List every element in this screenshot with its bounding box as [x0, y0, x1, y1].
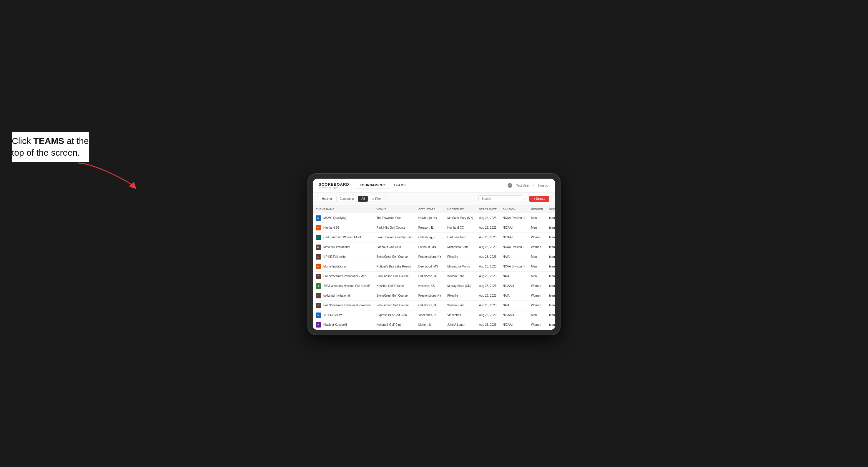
- cell-event-name: 2 2023 Women's Hesston Fall Kickoff: [313, 281, 373, 291]
- cell-venue: Kokopelli Golf Club: [373, 320, 415, 330]
- cell-venue: Cypress Hills Golf Club: [373, 310, 415, 320]
- cell-scoring: team, Stroke Play: [546, 213, 555, 223]
- nav-tabs: TOURNAMENTS TEAMS: [356, 182, 409, 189]
- hosting-filter-btn[interactable]: Hosting: [319, 196, 335, 202]
- cell-division: NCAA Division III: [500, 261, 528, 271]
- cell-scoring: team, Stroke Play: [546, 310, 555, 320]
- nav-right: Test User | Sign out: [507, 183, 549, 188]
- cell-division: NAIA: [500, 252, 528, 261]
- cell-venue: StoneCrest Golf Course: [373, 291, 415, 301]
- cell-city: Oskaloosa, IA: [415, 301, 444, 310]
- tournaments-table: EVENT NAME VENUE CITY, STATE HOSTED BY S…: [313, 206, 555, 330]
- cell-venue: Hesston Golf Course: [373, 281, 415, 291]
- cell-event-name: U UPIKE Fall Invite: [313, 252, 373, 261]
- cell-date: Aug 28, 2023: [476, 261, 500, 271]
- cell-gender: Men: [528, 271, 547, 281]
- cell-gender: Women: [528, 320, 547, 330]
- nav-left: SCOREBOARD Powered by clippit TOURNAMENT…: [319, 182, 409, 189]
- cell-scoring: team, Stroke Play: [546, 271, 555, 281]
- filter-options-btn[interactable]: ≡ Filter: [369, 196, 385, 202]
- cell-city: Galesburg, IL: [415, 232, 444, 242]
- cell-event-name: M Maverick Invitational: [313, 242, 373, 252]
- cell-hosted: Carl Sandburg: [444, 232, 476, 242]
- cell-hosted: Pikeville: [444, 291, 476, 301]
- cell-division: NCAA Division III: [500, 213, 528, 223]
- search-box: [478, 195, 522, 202]
- tab-teams[interactable]: TEAMS: [390, 182, 409, 189]
- cell-event-name: M MSMC Qualifying 1: [313, 213, 373, 223]
- cell-date: Aug 28, 2023: [476, 271, 500, 281]
- col-city-state: CITY, STATE: [415, 206, 444, 213]
- table-header-row: EVENT NAME VENUE CITY, STATE HOSTED BY S…: [313, 206, 555, 213]
- cell-date: Aug 28, 2023: [476, 281, 500, 291]
- nav-bar: SCOREBOARD Powered by clippit TOURNAMENT…: [313, 179, 555, 192]
- cell-date: Aug 28, 2023: [476, 252, 500, 261]
- settings-icon[interactable]: [507, 183, 512, 188]
- cell-scoring: team, Stroke Play: [546, 223, 555, 232]
- cell-gender: Men: [528, 252, 547, 261]
- cell-hosted: John A Logan: [444, 320, 476, 330]
- competing-filter-btn[interactable]: Competing: [336, 196, 357, 202]
- table-container: EVENT NAME VENUE CITY, STATE HOSTED BY S…: [313, 206, 555, 330]
- cell-hosted: Pikeville: [444, 252, 476, 261]
- user-name: Test User: [516, 184, 529, 187]
- cell-hosted: Minnesota State: [444, 242, 476, 252]
- cell-gender: Women: [528, 291, 547, 301]
- svg-point-0: [509, 185, 510, 186]
- cell-hosted: Minnesota-Morris: [444, 261, 476, 271]
- search-input[interactable]: [478, 195, 522, 202]
- logo-sub: Powered by clippit: [319, 187, 349, 189]
- cell-division: NAIA: [500, 271, 528, 281]
- tab-tournaments[interactable]: TOURNAMENTS: [356, 182, 390, 189]
- cell-division: NICAA II: [500, 310, 528, 320]
- cell-event-name: K Klash at Kokopelli: [313, 320, 373, 330]
- cell-date: Aug 28, 2023: [476, 242, 500, 252]
- col-scoring: SCORING: [546, 206, 555, 213]
- table-row: H Highland 36 Park Hills Golf Course Fre…: [313, 223, 555, 232]
- cell-city: Hesston, KS: [415, 281, 444, 291]
- cell-event-name: V VU PREVIEW: [313, 310, 373, 320]
- table-row: U upike fall invitational StoneCrest Gol…: [313, 291, 555, 301]
- col-hosted-by: HOSTED BY: [444, 206, 476, 213]
- cell-city: Faribault, MN: [415, 242, 444, 252]
- logo-text: SCOREBOARD: [319, 182, 349, 187]
- cell-date: Aug 28, 2023: [476, 320, 500, 330]
- table-row: M Maverick Invitational Faribault Golf C…: [313, 242, 555, 252]
- cell-event-name: H Highland 36: [313, 223, 373, 232]
- cell-gender: Men: [528, 213, 547, 223]
- tablet-screen: SCOREBOARD Powered by clippit TOURNAMENT…: [313, 179, 555, 330]
- cell-scoring: team, Stroke Play: [546, 252, 555, 261]
- tablet-frame: SCOREBOARD Powered by clippit TOURNAMENT…: [308, 173, 560, 335]
- cell-division: NICAA I: [500, 232, 528, 242]
- cell-date: Aug 26, 2023: [476, 232, 500, 242]
- create-button[interactable]: + Create: [529, 196, 549, 202]
- cell-venue: Edmundson Golf Course: [373, 301, 415, 310]
- sign-out-link[interactable]: Sign out: [537, 184, 549, 187]
- table-row: V VU PREVIEW Cypress Hills Golf Club Vin…: [313, 310, 555, 320]
- cell-event-name: M Morris Invitational: [313, 261, 373, 271]
- cell-date: Aug 28, 2023: [476, 301, 500, 310]
- cell-scoring: team, Stroke Play: [546, 261, 555, 271]
- instruction-block: Click TEAMS at thetop of the screen.: [12, 132, 89, 162]
- table-row: F Fall Statesmen Invitational - Women Ed…: [313, 301, 555, 310]
- cell-date: Aug 25, 2023: [476, 223, 500, 232]
- cell-division: NICAA I: [500, 320, 528, 330]
- cell-date: Aug 28, 2023: [476, 291, 500, 301]
- cell-city: Prestonsburg, KY: [415, 291, 444, 301]
- all-filter-btn[interactable]: All: [358, 196, 368, 202]
- table-row: K Klash at Kokopelli Kokopelli Golf Club…: [313, 320, 555, 330]
- cell-gender: Women: [528, 232, 547, 242]
- cell-hosted: Highland CC: [444, 223, 476, 232]
- cell-hosted: Murray State (OK): [444, 281, 476, 291]
- col-start-date: START DATE: [476, 206, 500, 213]
- cell-hosted: Vincennes: [444, 310, 476, 320]
- table-row: M Morris Invitational Ruttger's Bay Lake…: [313, 261, 555, 271]
- cell-event-name: F Fall Statesmen Invitational - Men: [313, 271, 373, 281]
- logo-area: SCOREBOARD Powered by clippit: [319, 182, 349, 189]
- cell-gender: Men: [528, 310, 547, 320]
- cell-scoring: team, Stroke Play: [546, 281, 555, 291]
- filter-bar: Hosting Competing All ≡ Filter + Create: [313, 192, 555, 206]
- cell-city: Deerwood, MN: [415, 261, 444, 271]
- cell-event-name: C Carl Sandburg Women FA23: [313, 232, 373, 242]
- table-row: M MSMC Qualifying 1 The Powelton Club Ne…: [313, 213, 555, 223]
